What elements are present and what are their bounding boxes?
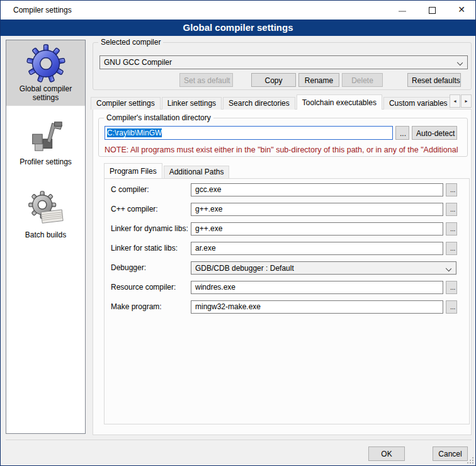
toolchain-executables-page: Compiler's installation directory C:\ray… bbox=[93, 109, 472, 435]
sidebar-item-label: Global compiler settings bbox=[6, 83, 85, 106]
c-compiler-input[interactable]: gcc.exe bbox=[191, 183, 443, 196]
browse-button[interactable]: ... bbox=[446, 222, 457, 236]
gray-gear-stack-icon bbox=[6, 190, 85, 229]
tab-linker-settings[interactable]: Linker settings bbox=[162, 97, 222, 110]
settings-category-list: Global compiler settings Profiler settin… bbox=[6, 40, 86, 434]
field-row: Make program:mingw32-make.exe... bbox=[105, 300, 469, 314]
linker-for-static-libs-input[interactable]: ar.exe bbox=[191, 242, 443, 255]
browse-button[interactable]: ... bbox=[446, 203, 457, 216]
cancel-button[interactable]: Cancel bbox=[433, 446, 468, 461]
tab-scroll-right-button[interactable]: ▸ bbox=[461, 94, 472, 108]
program-files-page: C compiler:gcc.exe...C++ compiler:g++.ex… bbox=[104, 178, 470, 424]
program-files-tabstrip: Program FilesAdditional Paths bbox=[104, 162, 230, 178]
installation-directory-legend: Compiler's installation directory bbox=[104, 113, 213, 122]
resource-compiler-input[interactable]: windres.exe bbox=[191, 281, 443, 294]
caliper-icon bbox=[6, 117, 85, 156]
sidebar-item-label: Profiler settings bbox=[6, 156, 85, 170]
installation-directory-input[interactable]: C:\raylib\MinGW bbox=[105, 126, 393, 140]
tab-compiler-settings[interactable]: Compiler settings bbox=[91, 97, 161, 110]
debugger-select-value: GDB/CDB debugger : Default bbox=[195, 264, 294, 273]
tab-scroll-left-button[interactable]: ◂ bbox=[450, 94, 460, 108]
reset-defaults-button[interactable]: Reset defaults bbox=[407, 73, 461, 87]
c-compiler-input[interactable]: g++.exe bbox=[191, 203, 443, 216]
close-icon[interactable]: ✕ bbox=[456, 1, 467, 20]
field-row: Resource compiler:windres.exe... bbox=[105, 281, 469, 294]
selected-compiler-legend: Selected compiler bbox=[98, 38, 163, 47]
tab-search-directories[interactable]: Search directories bbox=[223, 97, 295, 110]
debugger-select[interactable]: GDB/CDB debugger : Default bbox=[191, 261, 456, 275]
field-label: Linker for dynamic libs: bbox=[111, 222, 191, 236]
settings-tabstrip: Compiler settingsLinker settingsSearch d… bbox=[91, 94, 450, 110]
field-label: Linker for static libs: bbox=[111, 242, 191, 255]
browse-button[interactable]: ... bbox=[446, 242, 457, 255]
field-label: Make program: bbox=[111, 300, 191, 314]
selected-compiler-group: Selected compiler GNU GCC Compiler Set a… bbox=[93, 42, 472, 90]
titlebar: Compiler settings ✕ bbox=[1, 1, 475, 20]
sidebar-item-profiler-settings[interactable]: Profiler settings bbox=[6, 113, 85, 170]
chevron-down-icon bbox=[457, 60, 463, 65]
maximize-icon[interactable] bbox=[429, 7, 436, 14]
tab-additional-paths[interactable]: Additional Paths bbox=[164, 166, 230, 178]
field-label: C++ compiler: bbox=[111, 203, 191, 216]
sidebar-item-batch-builds[interactable]: Batch builds bbox=[6, 186, 85, 243]
compiler-select[interactable]: GNU GCC Compiler bbox=[99, 55, 468, 69]
browse-directory-button[interactable]: ... bbox=[395, 126, 409, 140]
set-as-default-button: Set as default bbox=[179, 73, 233, 87]
blue-gear-icon bbox=[6, 44, 85, 83]
tab-custom-variables[interactable]: Custom variables bbox=[383, 97, 450, 110]
dialog-banner: Global compiler settings bbox=[1, 20, 475, 36]
rename-button[interactable]: Rename bbox=[298, 73, 339, 87]
field-label: Debugger: bbox=[111, 261, 191, 275]
delete-button: Delete bbox=[342, 73, 383, 87]
browse-button[interactable]: ... bbox=[446, 300, 457, 314]
sidebar-item-global-compiler-settings[interactable]: Global compiler settings bbox=[6, 40, 85, 106]
compiler-select-value: GNU GCC Compiler bbox=[104, 58, 172, 67]
resize-grip-icon[interactable] bbox=[467, 457, 473, 463]
sidebar-item-label: Batch builds bbox=[6, 229, 85, 243]
linker-for-dynamic-libs-input[interactable]: g++.exe bbox=[191, 222, 443, 236]
make-program-input[interactable]: mingw32-make.exe bbox=[191, 300, 443, 314]
field-row: Linker for dynamic libs:g++.exe... bbox=[105, 222, 469, 236]
installation-directory-group: Compiler's installation directory C:\ray… bbox=[98, 118, 468, 157]
minimize-icon bbox=[399, 11, 406, 12]
field-label: C compiler: bbox=[111, 183, 191, 196]
selected-text: C:\raylib\MinGW bbox=[107, 128, 162, 137]
field-row: C compiler:gcc.exe... bbox=[105, 183, 469, 196]
tab-toolchain-executables[interactable]: Toolchain executables bbox=[297, 94, 382, 110]
tab-program-files[interactable]: Program Files bbox=[104, 163, 162, 178]
copy-button[interactable]: Copy bbox=[251, 73, 296, 87]
ok-button[interactable]: OK bbox=[368, 446, 405, 461]
field-row: Linker for static libs:ar.exe... bbox=[105, 242, 469, 255]
footer-divider bbox=[6, 440, 472, 440]
field-label: Resource compiler: bbox=[111, 281, 191, 294]
browse-button[interactable]: ... bbox=[446, 183, 457, 196]
compiler-settings-dialog: Compiler settings ✕ Global compiler sett… bbox=[0, 0, 476, 466]
chevron-down-icon bbox=[446, 266, 451, 271]
field-row: Debugger:GDB/CDB debugger : Default bbox=[105, 261, 469, 275]
browse-button[interactable]: ... bbox=[446, 281, 457, 294]
field-row: C++ compiler:g++.exe... bbox=[105, 203, 469, 216]
auto-detect-button[interactable]: Auto-detect bbox=[412, 126, 457, 140]
window-title: Compiler settings bbox=[13, 1, 72, 20]
bin-subdirectory-note: NOTE: All programs must exist either in … bbox=[105, 145, 467, 154]
